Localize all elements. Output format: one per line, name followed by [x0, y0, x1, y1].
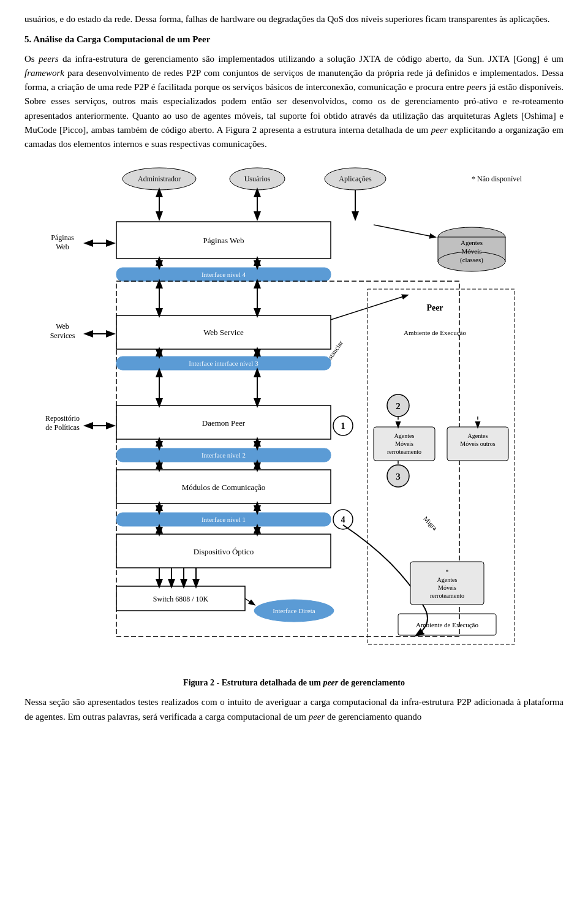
svg-text:Interface nível 4: Interface nível 4: [202, 271, 246, 278]
svg-text:(classes): (classes): [460, 256, 483, 264]
svg-text:Móveis: Móveis: [395, 440, 413, 447]
paragraph-1: usuários, e do estado da rede. Dessa for…: [24, 12, 564, 26]
diagram-container: Administrador Usuários Aplicações * Não …: [24, 164, 564, 666]
svg-text:1: 1: [341, 421, 345, 431]
svg-text:Móveis: Móveis: [438, 584, 456, 591]
page-content: usuários, e do estado da rede. Dessa for…: [24, 12, 564, 724]
paragraph-3: Nessa seção são apresentados testes real…: [24, 695, 564, 724]
svg-text:Páginas: Páginas: [51, 233, 74, 242]
svg-text:Dispositivo Óptico: Dispositivo Óptico: [194, 547, 254, 556]
svg-text:Switch 6808 / 10K: Switch 6808 / 10K: [153, 595, 209, 603]
svg-text:Web Service: Web Service: [203, 328, 244, 337]
svg-text:Usuários: Usuários: [244, 175, 271, 183]
paragraph-2: Os peers da infra-estrutura de gerenciam…: [24, 52, 564, 152]
svg-line-92: [245, 598, 254, 605]
svg-text:Módulos de Comunicação: Módulos de Comunicação: [182, 483, 265, 492]
figure-caption: Figura 2 - Estrutura detalhada de um pee…: [24, 678, 564, 688]
svg-text:Services: Services: [50, 331, 75, 340]
svg-line-21: [374, 225, 435, 237]
svg-text:2: 2: [396, 401, 401, 411]
svg-text:Agentes: Agentes: [394, 432, 415, 439]
svg-text:Migra: Migra: [422, 515, 439, 532]
svg-text:Ambiente de Execução: Ambiente de Execução: [416, 621, 479, 628]
svg-text:Interface nível 2: Interface nível 2: [202, 451, 246, 459]
svg-text:Móveis: Móveis: [462, 247, 482, 255]
svg-text:3: 3: [396, 472, 401, 481]
svg-text:Móveis outros: Móveis outros: [460, 440, 496, 447]
svg-text:Aplicações: Aplicações: [339, 175, 372, 183]
svg-text:4: 4: [341, 515, 345, 524]
svg-line-36: [331, 295, 407, 320]
svg-text:Páginas Web: Páginas Web: [203, 236, 244, 245]
svg-text:rerroteamento: rerroteamento: [387, 448, 421, 455]
svg-text:Ambiente de Execução: Ambiente de Execução: [404, 329, 467, 336]
svg-text:Administrador: Administrador: [138, 175, 181, 183]
svg-text:Daemon Peer: Daemon Peer: [202, 418, 246, 428]
svg-text:Agentes: Agentes: [461, 239, 483, 246]
svg-text:*: *: [446, 568, 449, 575]
svg-text:de Políticas: de Políticas: [45, 423, 80, 432]
svg-text:* Não disponível: * Não disponível: [472, 175, 522, 183]
svg-text:Repositório: Repositório: [45, 414, 80, 423]
svg-text:Interface Direta: Interface Direta: [273, 607, 315, 614]
svg-text:Web: Web: [56, 322, 69, 331]
svg-text:Agentes: Agentes: [468, 432, 488, 439]
svg-text:rerroteamento: rerroteamento: [430, 592, 464, 599]
svg-text:Interface interface nível 3: Interface interface nível 3: [189, 360, 258, 367]
svg-text:Interface nível 1: Interface nível 1: [202, 516, 246, 523]
svg-text:Peer: Peer: [426, 303, 443, 312]
svg-text:Agentes: Agentes: [437, 576, 458, 583]
section-title: 5. Análise da Carga Computacional de um …: [24, 32, 564, 47]
svg-text:Web: Web: [56, 243, 69, 251]
